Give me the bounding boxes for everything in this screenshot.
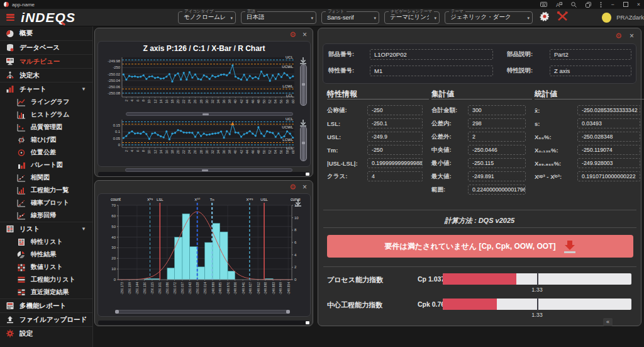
sidebar-item-1[interactable]: データベース: [0, 40, 92, 54]
multiview-icon: [6, 57, 14, 65]
sidebar-item-14[interactable]: 線形回帰: [0, 209, 92, 222]
sidebar-item-13[interactable]: 確率プロット: [0, 196, 92, 209]
svg-text:4: 4: [130, 150, 134, 152]
search-icon[interactable]: [571, 2, 577, 8]
svg-text:-249.956: -249.956: [233, 282, 237, 295]
histogram-range-slider[interactable]: [116, 310, 289, 314]
tools-button[interactable]: [557, 11, 569, 24]
panel-close-icon[interactable]: ×: [303, 183, 307, 191]
sidebar-item-5[interactable]: ライングラフ: [0, 96, 92, 108]
sidebar-item-17[interactable]: 特性結果: [0, 248, 92, 261]
toolbar-select-2[interactable]: フォント Sans-serif ▾: [321, 11, 379, 24]
sidebar-item-19[interactable]: 工程能力リスト: [0, 273, 92, 286]
panel-scrollbar[interactable]: [98, 321, 310, 325]
field-value[interactable]: Z axis: [550, 65, 631, 76]
sidebar-item-23[interactable]: 設定: [0, 326, 92, 340]
field-value[interactable]: 0.1910710000000222: [577, 171, 640, 181]
sidebar-item-18[interactable]: 数値リスト: [0, 261, 92, 273]
panel-scrollbar[interactable]: [98, 172, 310, 176]
field-value[interactable]: M1: [370, 65, 493, 76]
field-value[interactable]: -250: [367, 105, 423, 115]
field-value[interactable]: 0.2240000000001796: [468, 185, 526, 195]
field-value[interactable]: -250.0446: [468, 145, 526, 155]
xbar-pan-slider[interactable]: [126, 112, 293, 116]
tab-overlap-icon[interactable]: [586, 2, 591, 8]
linegraph-icon: [17, 98, 26, 106]
field-value[interactable]: Part2: [550, 49, 631, 60]
part-info-card: 部品番号: L1OP20P02部品説明: Part2特性番号: M1特性説明: …: [323, 43, 636, 84]
more-menu-icon[interactable]: [600, 2, 602, 8]
svg-text:-250.043: -250.043: [188, 282, 192, 295]
sidebar-item-6[interactable]: ヒストグラム: [0, 108, 92, 121]
sidebar-item-label: 確率プロット: [31, 198, 69, 207]
sidebar-item-10[interactable]: パレート図: [0, 159, 92, 171]
control-chart-panel: ⚙ × Z axis P:126 / C:1 / X-Bar / R Chart…: [94, 28, 313, 177]
toolbar-select-1[interactable]: 言語 日本語 ▾: [241, 11, 316, 24]
sidebar-item-9[interactable]: 位置公差: [0, 146, 92, 159]
svg-text:0: 0: [114, 278, 116, 282]
field-value[interactable]: -250.115: [468, 158, 526, 168]
toolbar-select-4[interactable]: テーマ ジェネリック・ダーク ▾: [445, 11, 533, 24]
sidebar-item-12[interactable]: 工程能力一覧: [0, 184, 92, 196]
toolbar-select-0[interactable]: アイコンタイプ モノクロームレッド ▾: [178, 11, 236, 24]
svg-text:8: 8: [294, 228, 297, 232]
menu-hamburger-icon[interactable]: [6, 14, 14, 21]
field-value[interactable]: -249.891: [468, 171, 526, 181]
field-value[interactable]: -250.028348: [577, 132, 640, 142]
gear-button[interactable]: [539, 11, 550, 25]
requirements-alert-banner[interactable]: 要件は満たされていません [Cp, Cpk, OOW, OOT]: [327, 235, 633, 258]
field-value[interactable]: -250.119074: [577, 145, 640, 155]
field-value[interactable]: 4: [367, 171, 423, 181]
user-avatar[interactable]: [602, 13, 611, 23]
field-value[interactable]: -250.02853533333342: [577, 105, 640, 115]
section-1-row-6: 範囲: 0.2240000000001796: [431, 185, 526, 195]
field-value[interactable]: 300: [468, 105, 526, 115]
svg-text:12: 12: [153, 100, 157, 103]
svg-text:20: 20: [176, 100, 180, 103]
field-value[interactable]: -249.9: [367, 132, 423, 142]
close-button[interactable]: ×: [637, 2, 640, 8]
r-zoom-slider[interactable]: [300, 126, 307, 161]
keyboard-icon[interactable]: [540, 2, 547, 7]
panel-gear-icon[interactable]: ⚙: [289, 183, 296, 191]
sidebar-item-20[interactable]: 直近測定結果: [0, 286, 92, 299]
panel-gear-icon[interactable]: ⚙: [615, 32, 622, 40]
translate-icon[interactable]: A: [556, 2, 562, 8]
sidebar-item-3[interactable]: 決定木: [0, 68, 92, 82]
maximize-button[interactable]: [623, 2, 628, 7]
svg-text:-250.06: -250.06: [108, 85, 120, 89]
panel-close-icon[interactable]: ×: [630, 32, 634, 40]
toolbar-select-3[interactable]: ナビゲーションテーマ テーマにリンク ▾: [384, 11, 440, 24]
sidebar-item-22[interactable]: ファイルアップロード: [0, 312, 92, 326]
sidebar-item-0[interactable]: 概要: [0, 26, 92, 40]
field-value[interactable]: 0.19999999999998863: [367, 158, 423, 168]
sidebar-item-2[interactable]: マルチビュー: [0, 54, 92, 68]
field-value[interactable]: -249.928003: [577, 158, 640, 168]
field-label: 特性説明:: [507, 67, 546, 75]
field-value[interactable]: 0.03493: [577, 118, 640, 128]
sidebar-item-16[interactable]: 特性リスト: [0, 236, 92, 248]
sidebar-item-4[interactable]: チャート▼: [0, 82, 92, 96]
panel-gear-icon[interactable]: ⚙: [289, 31, 296, 38]
sidebar-item-label: 設定: [19, 329, 33, 338]
svg-text:A: A: [556, 2, 560, 8]
sidebar-item-21[interactable]: 多機能レポート: [0, 299, 92, 312]
collapse-button[interactable]: «: [603, 318, 613, 326]
capability-bar-fill: [443, 273, 516, 285]
select-label: ナビゲーションテーマ: [389, 9, 434, 14]
app-window: app-name A − × iNDEQS アイコンタイプ モノクロームレッド …: [0, 0, 644, 347]
field-value[interactable]: 2: [468, 132, 526, 142]
download-icon[interactable]: [294, 198, 302, 209]
sidebar-item-7[interactable]: 品質管理図: [0, 121, 92, 134]
panel-close-icon[interactable]: ×: [303, 31, 307, 38]
field-value[interactable]: -250.1: [367, 118, 423, 128]
sidebar-item-11[interactable]: 相関図: [0, 171, 92, 184]
field-value[interactable]: -250: [367, 145, 423, 155]
sidebar-item-15[interactable]: リスト▼: [0, 222, 92, 236]
field-value[interactable]: L1OP20P02: [370, 49, 493, 60]
field-value[interactable]: 298: [468, 118, 526, 128]
sidebar-item-8[interactable]: 箱ひげ図: [0, 134, 92, 146]
xbar-zoom-slider[interactable]: [300, 64, 307, 106]
svg-text:20: 20: [176, 150, 180, 154]
minimize-button[interactable]: −: [611, 2, 614, 8]
